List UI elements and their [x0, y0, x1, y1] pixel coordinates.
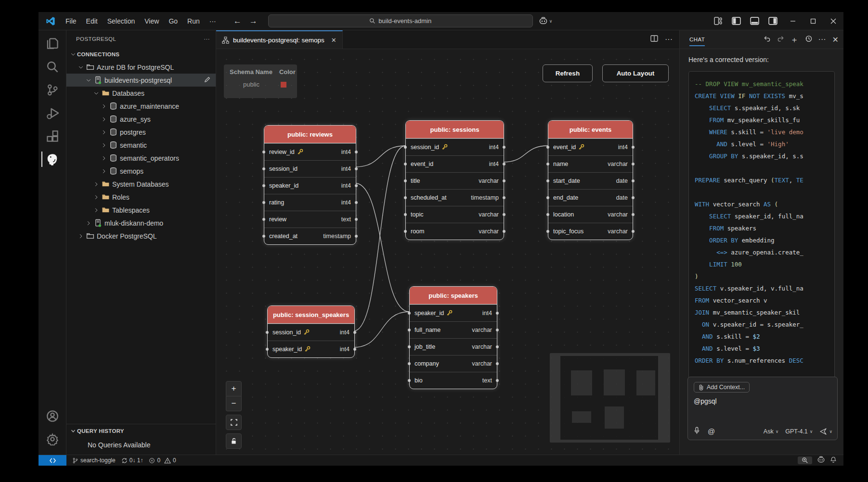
branch-indicator[interactable]: search-toggle — [72, 457, 116, 464]
toggle-secondary-sidebar-icon[interactable] — [765, 15, 780, 27]
activity-source-control-icon[interactable] — [41, 79, 64, 101]
activity-postgresql-icon[interactable] — [41, 149, 64, 170]
tree-item-azure-maintenance[interactable]: azure_maintenance — [66, 100, 216, 113]
problems-indicator[interactable]: 0 0 — [149, 457, 176, 464]
table-column-created_at[interactable]: created_attimestamp — [264, 228, 356, 244]
table-column-event_id[interactable]: event_idint4 — [548, 139, 633, 155]
copilot-menu[interactable]: ∨ — [539, 16, 553, 25]
tree-item-tablespaces[interactable]: Tablespaces — [66, 203, 216, 216]
query-history-header[interactable]: QUERY HISTORY — [66, 424, 216, 437]
forward-arrow-icon[interactable]: → — [249, 16, 258, 26]
tree-item-postgres[interactable]: postgres — [66, 126, 216, 139]
tree-item-databases[interactable]: Databases — [66, 87, 216, 100]
toggle-primary-sidebar-icon[interactable] — [729, 15, 743, 27]
new-chat-icon[interactable]: ＋ — [790, 34, 799, 45]
sync-indicator[interactable]: 0↓ 1↑ — [121, 457, 143, 464]
tree-item-connections[interactable]: CONNECTIONS — [66, 48, 216, 61]
customize-layout-icon[interactable] — [711, 15, 725, 27]
command-center-search[interactable]: build-events-admin — [268, 14, 533, 27]
close-panel-icon[interactable]: ✕ — [832, 35, 839, 44]
table-column-end_date[interactable]: end_datedate — [548, 189, 633, 206]
table-node-session_speakers[interactable]: public: session_speakerssession_idint4sp… — [267, 305, 355, 358]
table-column-full_name[interactable]: full_namevarchar — [410, 321, 497, 338]
notifications-bell-icon[interactable] — [830, 457, 837, 465]
menu-go[interactable]: Go — [164, 15, 182, 27]
table-column-title[interactable]: titlevarchar — [406, 172, 504, 189]
history-icon[interactable] — [805, 35, 812, 44]
table-node-reviews[interactable]: public: reviewsreview_idint4session_idin… — [264, 125, 356, 245]
table-node-events[interactable]: public: eventsevent_idint4namevarcharsta… — [548, 120, 633, 240]
menu-selection[interactable]: Selection — [103, 15, 140, 27]
remote-indicator[interactable] — [39, 455, 66, 466]
table-column-job_title[interactable]: job_titlevarchar — [410, 338, 497, 355]
table-column-session_id[interactable]: session_idint4 — [268, 324, 354, 341]
menu-file[interactable]: File — [61, 15, 81, 27]
tree-item-mluk-diskann-demo[interactable]: mluk-diskann-demo — [66, 216, 216, 229]
refresh-button[interactable]: Refresh — [543, 64, 593, 82]
tree-item-buildevents-postgresql[interactable]: buildevents-postgresql — [66, 74, 216, 87]
menu-run[interactable]: Run — [182, 15, 205, 27]
undo-icon[interactable] — [764, 35, 771, 44]
add-context-button[interactable]: Add Context... — [694, 382, 750, 393]
table-node-speakers[interactable]: public: speakersspeaker_idint4full_namev… — [409, 286, 497, 389]
table-column-topic_focus[interactable]: topic_focusvarchar — [548, 223, 633, 240]
table-column-scheduled_at[interactable]: scheduled_attimestamp — [406, 189, 504, 206]
copilot-status-icon[interactable] — [817, 456, 825, 465]
activity-settings-icon[interactable] — [41, 429, 64, 450]
table-column-speaker_id[interactable]: speaker_idint4 — [268, 341, 354, 357]
table-column-review_id[interactable]: review_idint4 — [264, 143, 356, 160]
sql-code-block[interactable]: -- DROP VIEW mv_semantic_speakCREATE VIE… — [688, 71, 835, 379]
chat-input-box[interactable]: Add Context... @pgsql @ Ask∨ GPT-4.1∨ ∨ — [687, 377, 838, 440]
table-column-start_date[interactable]: start_datedate — [548, 172, 633, 189]
minimize-icon[interactable] — [783, 13, 803, 29]
back-arrow-icon[interactable]: ← — [233, 16, 242, 26]
zoom-out-button[interactable]: − — [226, 396, 242, 411]
table-column-bio[interactable]: biotext — [410, 372, 497, 389]
schema-filter-panel[interactable]: Schema Name Color public — [224, 64, 297, 98]
chat-tab[interactable]: CHAT — [689, 37, 705, 46]
activity-extensions-icon[interactable] — [41, 126, 64, 147]
more-actions-icon[interactable]: ··· — [665, 35, 673, 44]
menu-view[interactable]: View — [140, 15, 164, 27]
activity-account-icon[interactable] — [41, 406, 64, 427]
schema-canvas[interactable]: Schema Name Color public Refresh Auto La… — [216, 49, 679, 455]
table-column-speaker_id[interactable]: speaker_idint4 — [264, 177, 356, 194]
table-column-event_id[interactable]: event_idint4 — [406, 155, 504, 172]
tree-item-semantic[interactable]: semantic — [66, 139, 216, 152]
model-selector[interactable]: GPT-4.1∨ — [785, 428, 813, 435]
table-column-topic[interactable]: topicvarchar — [406, 206, 504, 223]
table-column-name[interactable]: namevarchar — [548, 155, 633, 172]
tree-item-semantic-operators[interactable]: semantic_operators — [66, 152, 216, 165]
menu-edit[interactable]: Edit — [81, 15, 103, 27]
tree-item-system-databases[interactable]: System Databases — [66, 178, 216, 190]
table-node-sessions[interactable]: public: sessionssession_idint4event_idin… — [405, 120, 504, 240]
tree-item-roles[interactable]: Roles — [66, 190, 216, 203]
mode-selector[interactable]: Ask∨ — [764, 428, 778, 435]
toggle-panel-icon[interactable] — [747, 15, 762, 27]
activity-search-icon[interactable] — [41, 56, 64, 77]
redo-icon[interactable] — [777, 35, 784, 44]
minimap[interactable] — [550, 353, 670, 443]
maximize-icon[interactable] — [803, 13, 823, 29]
close-icon[interactable] — [823, 13, 843, 29]
fit-view-button[interactable] — [226, 415, 242, 430]
chat-input-text[interactable]: @pgsql — [694, 397, 831, 405]
table-column-room[interactable]: roomvarchar — [406, 223, 504, 240]
activity-explorer-icon[interactable] — [41, 33, 64, 54]
table-column-session_id[interactable]: session_idint4 — [406, 139, 504, 155]
auto-layout-button[interactable]: Auto Layout — [602, 64, 669, 82]
activity-run-debug-icon[interactable] — [41, 102, 64, 124]
table-column-company[interactable]: companyvarchar — [410, 355, 497, 372]
tab-schema-visualization[interactable]: buildevents-postgresql: semops ✕ — [216, 30, 343, 49]
table-column-session_id[interactable]: session_idint4 — [264, 160, 356, 177]
lock-toggle-button[interactable] — [226, 433, 242, 449]
menu-[interactable]: ··· — [205, 15, 221, 27]
close-tab-icon[interactable]: ✕ — [331, 37, 337, 44]
table-column-rating[interactable]: ratingint4 — [264, 194, 356, 211]
split-editor-icon[interactable] — [650, 35, 658, 44]
tree-item-azure-db-for-postgresql[interactable]: Azure DB for PostgreSQL — [66, 61, 216, 74]
more-actions-icon[interactable]: ··· — [818, 35, 826, 44]
mention-icon[interactable]: @ — [708, 427, 715, 435]
table-column-speaker_id[interactable]: speaker_idint4 — [410, 304, 497, 321]
tree-item-azure-sys[interactable]: azure_sys — [66, 113, 216, 126]
